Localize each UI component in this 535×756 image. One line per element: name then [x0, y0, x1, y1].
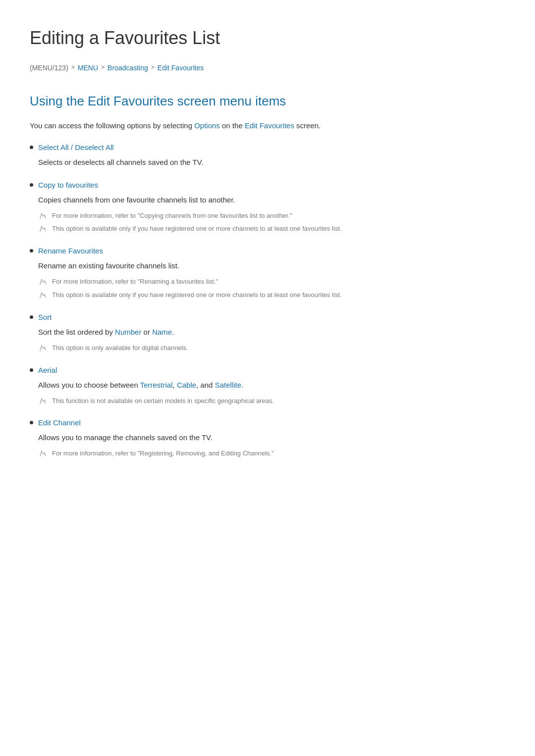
- svg-point-2: [40, 284, 41, 285]
- note-icon: [38, 291, 47, 300]
- sort-link-name[interactable]: Name: [152, 328, 172, 336]
- list-item: Rename Favourites Rename an existing fav…: [30, 245, 505, 309]
- intro-screen-link[interactable]: Edit Favourites: [245, 121, 294, 130]
- note-item: For more information, refer to "Copying …: [38, 211, 505, 221]
- note-icon: [38, 224, 47, 233]
- item-title-sort[interactable]: Sort: [38, 311, 505, 323]
- notes-container: For more information, refer to "Copying …: [38, 211, 505, 235]
- sort-suffix: .: [172, 328, 174, 336]
- item-desc-sort: Sort the list ordered by Number or Name.: [38, 326, 505, 338]
- intro-suffix: screen.: [294, 121, 321, 130]
- list-item: Aerial Allows you to choose between Terr…: [30, 364, 505, 415]
- notes-container: For more information, refer to "Renaming…: [38, 277, 505, 301]
- intro-options-link[interactable]: Options: [194, 121, 220, 130]
- sort-connector: or: [141, 328, 152, 336]
- sort-link-number[interactable]: Number: [115, 328, 141, 336]
- bullet-icon: [30, 183, 33, 187]
- note-item: This option is only available for digita…: [38, 343, 505, 353]
- bullet-icon: [30, 315, 33, 319]
- intro-prefix: You can access the following options by …: [30, 121, 194, 130]
- note-item: For more information, refer to "Register…: [38, 449, 505, 459]
- svg-point-4: [40, 350, 41, 351]
- intro-middle: on the: [220, 121, 245, 130]
- note-icon: [38, 211, 47, 220]
- note-icon: [38, 344, 47, 353]
- notes-container: This function is not available on certai…: [38, 396, 505, 406]
- svg-point-5: [40, 403, 41, 404]
- note-text: This option is only available for digita…: [52, 343, 188, 353]
- svg-point-3: [40, 297, 41, 298]
- item-title-edit-channel[interactable]: Edit Channel: [38, 417, 505, 429]
- breadcrumb-item-menu[interactable]: MENU: [78, 62, 98, 73]
- svg-point-0: [40, 218, 41, 219]
- aerial-link-satellite[interactable]: Satellite: [215, 381, 241, 389]
- note-item: This function is not available on certai…: [38, 396, 505, 406]
- breadcrumb-separator-3: >: [151, 63, 155, 72]
- list-item-content: Sort Sort the list ordered by Number or …: [38, 311, 505, 362]
- note-text: For more information, refer to "Copying …: [52, 211, 292, 221]
- svg-point-1: [40, 231, 41, 232]
- list-item: Edit Channel Allows you to manage the ch…: [30, 417, 505, 468]
- bullet-icon: [30, 368, 33, 372]
- item-title-aerial[interactable]: Aerial: [38, 364, 505, 376]
- breadcrumb: (MENU/123) > MENU > Broadcasting > Edit …: [30, 62, 505, 73]
- list-item: Copy to favourites Copies channels from …: [30, 179, 505, 244]
- item-desc-edit-channel: Allows you to manage the channels saved …: [38, 432, 505, 444]
- breadcrumb-item-menu123: (MENU/123): [30, 62, 68, 73]
- aerial-connector-2: , and: [196, 381, 215, 389]
- item-title-rename-favourites[interactable]: Rename Favourites: [38, 245, 505, 257]
- bullet-icon: [30, 249, 33, 252]
- sort-desc-prefix: Sort the list ordered by: [38, 328, 115, 336]
- item-title-copy-to-favourites[interactable]: Copy to favourites: [38, 179, 505, 191]
- list-item-content: Edit Channel Allows you to manage the ch…: [38, 417, 505, 468]
- page-title: Editing a Favourites List: [30, 24, 505, 52]
- item-desc-select-all: Selects or deselects all channels saved …: [38, 156, 505, 168]
- bullet-icon: [30, 146, 33, 149]
- list-item: Sort Sort the list ordered by Number or …: [30, 311, 505, 362]
- note-text: For more information, refer to "Renaming…: [52, 277, 218, 287]
- note-item: This option is available only if you hav…: [38, 290, 505, 301]
- bullet-icon: [30, 421, 33, 424]
- note-text: For more information, refer to "Register…: [52, 449, 274, 459]
- notes-container: This option is only available for digita…: [38, 343, 505, 353]
- list-item-content: Select All / Deselect All Selects or des…: [38, 142, 505, 177]
- aerial-suffix: .: [241, 381, 243, 389]
- list-item-content: Aerial Allows you to choose between Terr…: [38, 364, 505, 415]
- note-icon: [38, 449, 47, 458]
- section-title: Using the Edit Favourites screen menu it…: [30, 91, 505, 112]
- note-item: For more information, refer to "Renaming…: [38, 277, 505, 287]
- note-text: This option is available only if you hav…: [52, 290, 342, 301]
- list-item-content: Copy to favourites Copies channels from …: [38, 179, 505, 244]
- notes-container: For more information, refer to "Register…: [38, 449, 505, 459]
- content-list: Select All / Deselect All Selects or des…: [30, 142, 505, 468]
- breadcrumb-item-broadcasting[interactable]: Broadcasting: [107, 62, 148, 73]
- note-icon: [38, 277, 47, 286]
- list-item: Select All / Deselect All Selects or des…: [30, 142, 505, 177]
- note-icon: [38, 397, 47, 405]
- aerial-link-terrestrial[interactable]: Terrestrial: [140, 381, 173, 389]
- breadcrumb-item-edit-favourites[interactable]: Edit Favourites: [158, 62, 204, 73]
- note-text: This option is available only if you hav…: [52, 224, 342, 234]
- item-desc-rename-favourites: Rename an existing favourite channels li…: [38, 260, 505, 272]
- breadcrumb-separator-1: >: [71, 63, 75, 72]
- item-desc-copy-to-favourites: Copies channels from one favourite chann…: [38, 194, 505, 206]
- aerial-desc-prefix: Allows you to choose between: [38, 381, 140, 389]
- item-title-select-all[interactable]: Select All / Deselect All: [38, 142, 505, 153]
- svg-point-6: [40, 455, 41, 456]
- note-text: This function is not available on certai…: [52, 396, 274, 406]
- aerial-connector-1: ,: [173, 381, 177, 389]
- item-desc-aerial: Allows you to choose between Terrestrial…: [38, 379, 505, 391]
- breadcrumb-separator-2: >: [101, 63, 105, 72]
- aerial-link-cable[interactable]: Cable: [177, 381, 196, 389]
- note-item: This option is available only if you hav…: [38, 224, 505, 234]
- section-intro: You can access the following options by …: [30, 120, 505, 132]
- list-item-content: Rename Favourites Rename an existing fav…: [38, 245, 505, 309]
